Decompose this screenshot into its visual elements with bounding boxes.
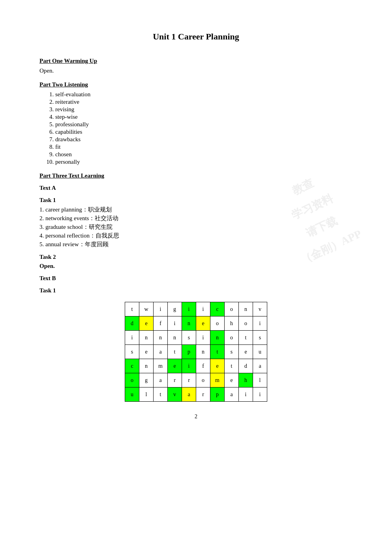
part-two-item-8: fit <box>55 144 353 150</box>
cell-4-3: e <box>168 359 182 373</box>
word-search-table: twigiiconvdefineohoiinnnsinotsseatpntseu… <box>125 302 267 402</box>
word-search-row-6: ultvarpaii <box>125 387 267 402</box>
cell-3-7: s <box>225 345 239 359</box>
cell-3-0: s <box>125 345 139 359</box>
cell-4-4: i <box>182 359 196 373</box>
cell-1-2: f <box>154 316 168 331</box>
cell-3-1: e <box>139 345 154 359</box>
part-one-heading: Part One Warming Up <box>39 58 353 64</box>
part-three-section: Part Three Text Learning Text A Task 1 1… <box>39 172 353 402</box>
cell-6-3: v <box>168 387 182 402</box>
cell-5-1: g <box>139 373 154 387</box>
cell-6-8: i <box>239 387 253 402</box>
part-two-heading: Part Two Listening <box>39 81 353 88</box>
cell-3-9: u <box>253 345 267 359</box>
cell-3-6: t <box>210 345 225 359</box>
word-search-row-5: ogarromehl <box>125 373 267 387</box>
part-two-section: Part Two Listening self-evaluationreiter… <box>39 81 353 165</box>
task1-item-5: 5. annual review：年度回顾 <box>39 241 353 248</box>
word-search-row-2: innnsinots <box>125 331 267 345</box>
cell-1-8: o <box>239 316 253 331</box>
cell-0-1: w <box>139 302 154 316</box>
cell-5-3: r <box>168 373 182 387</box>
cell-0-8: n <box>239 302 253 316</box>
cell-4-9: a <box>253 359 267 373</box>
part-two-item-10: personally <box>55 159 353 165</box>
task2-label: Task 2 <box>39 254 353 260</box>
cell-2-7: o <box>225 331 239 345</box>
cell-6-2: t <box>154 387 168 402</box>
part-two-item-5: professionally <box>55 121 353 128</box>
cell-0-5: i <box>196 302 210 316</box>
word-search-row-3: seatpntseu <box>125 345 267 359</box>
cell-3-3: t <box>168 345 182 359</box>
cell-1-0: d <box>125 316 139 331</box>
cell-1-6: o <box>210 316 225 331</box>
cell-6-1: l <box>139 387 154 402</box>
cell-6-7: a <box>225 387 239 402</box>
cell-0-6: c <box>210 302 225 316</box>
cell-5-6: m <box>210 373 225 387</box>
cell-0-0: t <box>125 302 139 316</box>
cell-5-8: h <box>239 373 253 387</box>
cell-1-1: e <box>139 316 154 331</box>
cell-2-8: t <box>239 331 253 345</box>
cell-2-2: n <box>154 331 168 345</box>
cell-6-6: p <box>210 387 225 402</box>
cell-5-7: e <box>225 373 239 387</box>
task1-item-3: 3. graduate school：研究生院 <box>39 223 353 231</box>
cell-1-3: i <box>168 316 182 331</box>
cell-1-7: h <box>225 316 239 331</box>
cell-6-4: a <box>182 387 196 402</box>
word-search-row-0: twigiiconv <box>125 302 267 316</box>
task1-item-4: 4. personal reflection：自我反思 <box>39 232 353 240</box>
cell-5-0: o <box>125 373 139 387</box>
cell-3-8: e <box>239 345 253 359</box>
part-three-heading: Part Three Text Learning <box>39 172 353 179</box>
cell-2-6: n <box>210 331 225 345</box>
cell-3-4: p <box>182 345 196 359</box>
cell-5-9: l <box>253 373 267 387</box>
cell-1-9: i <box>253 316 267 331</box>
cell-4-1: n <box>139 359 154 373</box>
cell-4-2: m <box>154 359 168 373</box>
part-two-item-6: capabilities <box>55 129 353 135</box>
word-search-wrapper: twigiiconvdefineohoiinnnsinotsseatpntseu… <box>39 302 353 402</box>
cell-0-9: v <box>253 302 267 316</box>
cell-0-2: i <box>154 302 168 316</box>
cell-2-9: s <box>253 331 267 345</box>
cell-5-4: r <box>182 373 196 387</box>
cell-3-2: a <box>154 345 168 359</box>
cell-5-5: o <box>196 373 210 387</box>
part-two-item-9: chosen <box>55 151 353 158</box>
task1-item-1: 1. career planning：职业规划 <box>39 206 353 213</box>
cell-0-7: o <box>225 302 239 316</box>
part-one-content: Open. <box>39 67 353 74</box>
task1-items: 1. career planning：职业规划2. networking eve… <box>39 206 353 248</box>
cell-2-1: n <box>139 331 154 345</box>
cell-6-0: u <box>125 387 139 402</box>
word-search-row-1: defineohoi <box>125 316 267 331</box>
cell-2-4: s <box>182 331 196 345</box>
text-a-label: Text A <box>39 185 353 191</box>
cell-6-9: i <box>253 387 267 402</box>
part-two-list: self-evaluationreiterativerevisingstep-w… <box>47 91 353 165</box>
part-two-item-7: drawbacks <box>55 136 353 143</box>
part-two-item-3: revising <box>55 106 353 113</box>
cell-4-8: d <box>239 359 253 373</box>
task1-label: Task 1 <box>39 197 353 204</box>
cell-2-3: n <box>168 331 182 345</box>
cell-5-2: a <box>154 373 168 387</box>
part-one-section: Part One Warming Up Open. <box>39 58 353 74</box>
text-b-label: Text B <box>39 275 353 282</box>
cell-6-5: r <box>196 387 210 402</box>
cell-0-4: i <box>182 302 196 316</box>
part-two-item-4: step-wise <box>55 114 353 120</box>
cell-4-7: t <box>225 359 239 373</box>
cell-1-5: e <box>196 316 210 331</box>
part-two-item-1: self-evaluation <box>55 91 353 98</box>
part-two-item-2: reiterative <box>55 99 353 105</box>
task2-content: Open. <box>39 263 353 270</box>
cell-4-0: c <box>125 359 139 373</box>
task1-b-label: Task 1 <box>39 287 353 294</box>
